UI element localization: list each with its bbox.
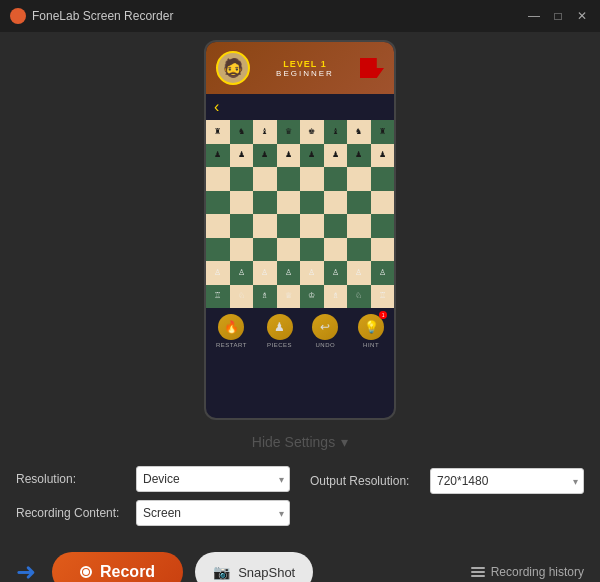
pieces-label: PIECES xyxy=(267,342,292,348)
chess-cell xyxy=(324,238,348,262)
chess-cell xyxy=(324,214,348,238)
chess-cell: ♗ xyxy=(253,285,277,309)
record-label: Record xyxy=(100,563,155,581)
chess-piece: ♞ xyxy=(238,128,245,136)
chess-cell xyxy=(277,191,301,215)
chess-piece: ♙ xyxy=(308,269,315,277)
level-text: LEVEL 1 xyxy=(250,59,360,69)
chess-cell xyxy=(300,238,324,262)
chess-cell: ♟ xyxy=(300,144,324,168)
chess-piece: ♟ xyxy=(379,151,386,159)
chess-cell: ♙ xyxy=(371,261,395,285)
main-content: 🧔 LEVEL 1 BEGINNER ‹ ♜♞♝♛♚♝♞♜♟♟♟♟♟♟♟♟♙♙♙… xyxy=(0,32,600,424)
chess-cell xyxy=(206,191,230,215)
chess-cell: ♞ xyxy=(347,120,371,144)
chess-cell: ♟ xyxy=(324,144,348,168)
chess-cell xyxy=(300,191,324,215)
maximize-button[interactable]: □ xyxy=(550,8,566,24)
record-dot-icon xyxy=(80,566,92,578)
undo-icon: ↩ xyxy=(312,314,338,340)
chess-cell: ♟ xyxy=(277,144,301,168)
chess-piece: ♟ xyxy=(355,151,362,159)
resolution-select-wrapper: Device ▾ xyxy=(136,466,290,492)
output-resolution-select[interactable]: 720*1480 xyxy=(430,468,584,494)
chess-piece: ♙ xyxy=(238,269,245,277)
chess-cell: ♜ xyxy=(371,120,395,144)
restart-button[interactable]: 🔥 RESTART xyxy=(216,314,247,348)
chess-cell: ♕ xyxy=(277,285,301,309)
phone-preview: 🧔 LEVEL 1 BEGINNER ‹ ♜♞♝♛♚♝♞♜♟♟♟♟♟♟♟♟♙♙♙… xyxy=(204,40,396,420)
back-arrow-icon[interactable]: ‹ xyxy=(214,98,219,115)
chess-piece: ♗ xyxy=(261,292,268,300)
recording-history-button[interactable]: Recording history xyxy=(471,565,584,579)
chess-cell: ♟ xyxy=(230,144,254,168)
rank-text: BEGINNER xyxy=(250,69,360,78)
hint-button[interactable]: 💡 1 HINT xyxy=(358,314,384,348)
recording-content-select[interactable]: Screen xyxy=(136,500,290,526)
chess-cell xyxy=(206,238,230,262)
chess-cell xyxy=(253,167,277,191)
chess-piece: ♟ xyxy=(238,151,245,159)
chess-cell: ♘ xyxy=(347,285,371,309)
chess-board: ♜♞♝♛♚♝♞♜♟♟♟♟♟♟♟♟♙♙♙♙♙♙♙♙♖♘♗♕♔♗♘♖ xyxy=(206,120,394,308)
record-button[interactable]: Record xyxy=(52,552,183,582)
chess-cell xyxy=(371,167,395,191)
chess-cell: ♟ xyxy=(253,144,277,168)
chess-cell xyxy=(277,167,301,191)
chess-piece: ♙ xyxy=(214,269,221,277)
chess-cell: ♝ xyxy=(324,120,348,144)
chess-cell: ♙ xyxy=(324,261,348,285)
chess-piece: ♗ xyxy=(332,292,339,300)
recording-content-label: Recording Content: xyxy=(16,506,126,520)
undo-button[interactable]: ↩ UNDO xyxy=(312,314,338,348)
chess-cell xyxy=(230,238,254,262)
chess-cell xyxy=(253,191,277,215)
history-label: Recording history xyxy=(491,565,584,579)
chess-piece: ♜ xyxy=(379,128,386,136)
chess-cell: ♗ xyxy=(324,285,348,309)
hint-label: HINT xyxy=(363,342,379,348)
app-icon xyxy=(10,8,26,24)
app-title: FoneLab Screen Recorder xyxy=(32,9,173,23)
chess-cell xyxy=(371,191,395,215)
hide-settings-toggle[interactable]: Hide Settings ▾ xyxy=(0,424,600,458)
chess-cell xyxy=(206,167,230,191)
titlebar: FoneLab Screen Recorder — □ ✕ xyxy=(0,0,600,32)
chess-piece: ♕ xyxy=(285,292,292,300)
chess-cell xyxy=(347,214,371,238)
chess-piece: ♙ xyxy=(355,269,362,277)
chess-cell: ♙ xyxy=(347,261,371,285)
game-header: 🧔 LEVEL 1 BEGINNER xyxy=(206,42,394,94)
chess-cell: ♟ xyxy=(206,144,230,168)
chess-cell: ♘ xyxy=(230,285,254,309)
settings-panel: Resolution: Device ▾ Recording Content: … xyxy=(0,458,600,542)
chess-cell xyxy=(347,167,371,191)
action-bar: ➜ Record 📷 SnapShot Recording history xyxy=(0,542,600,582)
close-button[interactable]: ✕ xyxy=(574,8,590,24)
chess-piece: ♞ xyxy=(355,128,362,136)
chess-piece: ♙ xyxy=(379,269,386,277)
chess-cell xyxy=(324,167,348,191)
chess-cell: ♙ xyxy=(300,261,324,285)
chess-piece: ♟ xyxy=(214,151,221,159)
chess-cell xyxy=(253,238,277,262)
pieces-button[interactable]: ♟ PIECES xyxy=(267,314,293,348)
player-avatar: 🧔 xyxy=(216,51,250,85)
chess-cell: ♞ xyxy=(230,120,254,144)
chess-piece: ♙ xyxy=(332,269,339,277)
chess-piece: ♜ xyxy=(214,128,221,136)
snapshot-label: SnapShot xyxy=(238,565,295,580)
chess-cell: ♟ xyxy=(347,144,371,168)
titlebar-left: FoneLab Screen Recorder xyxy=(10,8,173,24)
arrow-indicator-icon: ➜ xyxy=(16,558,36,582)
chess-piece: ♟ xyxy=(261,151,268,159)
chess-cell: ♛ xyxy=(277,120,301,144)
hint-badge: 1 xyxy=(379,311,387,319)
chess-piece: ♚ xyxy=(308,128,315,136)
resolution-select[interactable]: Device xyxy=(136,466,290,492)
chess-cell: ♜ xyxy=(206,120,230,144)
chess-cell xyxy=(300,167,324,191)
chess-cell xyxy=(300,214,324,238)
snapshot-button[interactable]: 📷 SnapShot xyxy=(195,552,313,582)
minimize-button[interactable]: — xyxy=(526,8,542,24)
